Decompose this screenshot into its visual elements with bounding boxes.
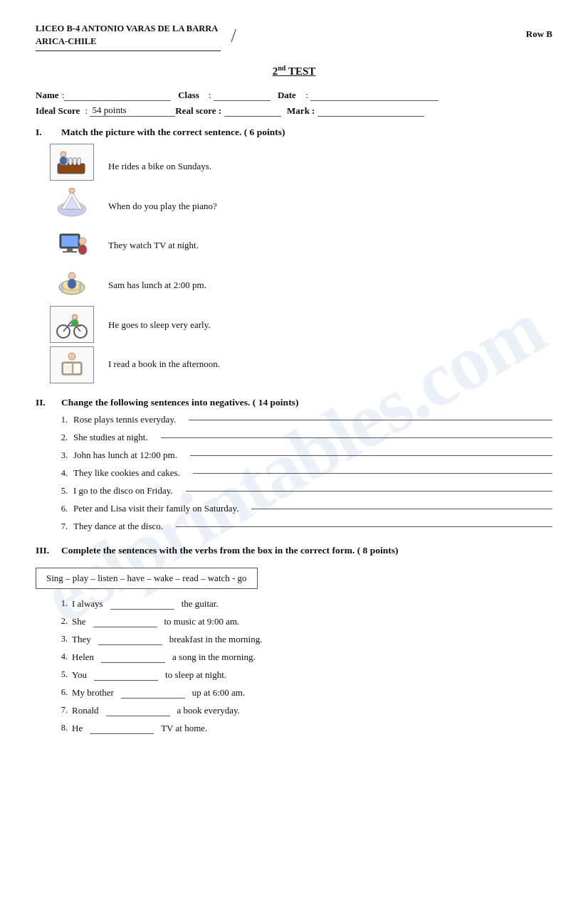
fill-item-5: 5. You to sleep at night. [53, 669, 552, 681]
sentence-4: Sam has lunch at 2:00 pm. [108, 275, 220, 296]
fill-after-6: up at 6:00 am. [192, 687, 245, 699]
real-score-field[interactable] [224, 105, 281, 117]
section1-roman: I. [36, 127, 56, 138]
logo-slash: / [231, 21, 236, 49]
name-field[interactable] [64, 89, 171, 101]
header: LICEO B-4 ANTONIO VARAS DE LA BARRA ARIC… [36, 21, 552, 51]
section2-label: Change the following sentences into nega… [61, 397, 298, 408]
neg-sentence-6: Peter and Lisa visit their family on Sat… [73, 503, 238, 514]
sentence-1: He rides a bike on Sundays. [108, 156, 220, 177]
sentences-column: He rides a bike on Sundays. When do you … [108, 144, 220, 384]
neg-answer-5[interactable] [186, 491, 552, 492]
form-row-1: Name : Class : Date : [36, 89, 552, 101]
neg-item-7: 7. They dance at the disco. [53, 521, 552, 532]
neg-answer-6[interactable] [251, 509, 552, 509]
real-label: Real score : [175, 105, 221, 117]
mark-field[interactable] [317, 105, 424, 117]
pic-icon-6 [55, 351, 89, 379]
pic-box-5 [50, 306, 94, 343]
svg-point-16 [79, 238, 86, 245]
pic-box-1 [50, 144, 94, 181]
section2-roman: II. [36, 397, 56, 408]
fill-before-2: She [72, 616, 86, 627]
section1-title: I. Match the picture with the correct se… [36, 127, 552, 138]
neg-answer-1[interactable] [189, 420, 552, 420]
svg-point-11 [69, 188, 75, 193]
pic-icon-3 [54, 228, 90, 258]
fill-item-8: 8. He TV at home. [53, 722, 552, 734]
neg-sentence-3: John has lunch at 12:00 pm. [73, 450, 177, 461]
svg-point-22 [68, 272, 75, 280]
neg-answer-7[interactable] [176, 526, 552, 527]
svg-rect-13 [61, 235, 78, 247]
neg-num-3: 3. [53, 450, 68, 461]
neg-num-2: 2. [53, 432, 68, 443]
fill-after-8: TV at home. [161, 723, 207, 734]
fill-num-4: 4. [53, 652, 68, 662]
neg-num-7: 7. [53, 521, 68, 532]
fill-item-4: 4. Helen a song in the morning. [53, 651, 552, 663]
fill-num-6: 6. [53, 687, 68, 698]
fill-blank-2[interactable] [93, 615, 157, 627]
neg-num-4: 4. [53, 468, 68, 479]
fill-after-4: a song in the morning. [172, 652, 256, 663]
svg-rect-34 [73, 363, 80, 373]
date-field[interactable] [310, 89, 439, 101]
neg-item-6: 6. Peter and Lisa visit their family on … [53, 503, 552, 514]
neg-sentence-4: They like cookies and cakes. [73, 467, 180, 479]
neg-answer-2[interactable] [161, 437, 552, 438]
fill-num-3: 3. [53, 634, 68, 644]
sentence-6: I read a book in the afternoon. [108, 354, 220, 375]
verb-box: Sing – play – listen – have – wake – rea… [36, 568, 258, 589]
svg-point-23 [68, 279, 76, 289]
fill-blank-6[interactable] [121, 686, 185, 699]
fill-blank-3[interactable] [98, 633, 162, 645]
fill-list: 1. I always the guitar. 2. She to music … [53, 598, 552, 734]
fill-blank-4[interactable] [101, 651, 165, 663]
section3-title: III. Complete the sentences with the ver… [36, 545, 552, 556]
school-info: LICEO B-4 ANTONIO VARAS DE LA BARRA ARIC… [36, 21, 236, 51]
class-sep: : [206, 90, 214, 101]
pic-box-6 [50, 346, 94, 383]
svg-rect-20 [61, 283, 63, 293]
neg-num-1: 1. [53, 415, 68, 425]
fill-blank-8[interactable] [90, 722, 154, 734]
neg-answer-3[interactable] [190, 455, 552, 456]
fill-before-1: I always [72, 598, 103, 610]
svg-point-17 [78, 245, 87, 255]
svg-rect-3 [69, 158, 72, 165]
sentence-3: They watch TV at night. [108, 235, 220, 256]
date-sep: : [303, 90, 310, 101]
pic-box-2 [50, 184, 94, 221]
section3-label: Complete the sentences with the verbs fr… [61, 545, 398, 556]
fill-num-7: 7. [53, 705, 68, 716]
mark-label: Mark : [287, 105, 315, 117]
class-label: Class [178, 90, 199, 101]
neg-sentence-1: Rose plays tennis everyday. [73, 414, 176, 425]
fill-blank-7[interactable] [106, 704, 170, 716]
class-field[interactable] [214, 89, 271, 101]
name-label: Name [36, 90, 59, 101]
neg-item-3: 3. John has lunch at 12:00 pm. [53, 450, 552, 461]
fill-num-8: 8. [53, 723, 68, 733]
fill-num-1: 1. [53, 598, 68, 609]
pic-icon-1 [55, 148, 89, 176]
fill-num-5: 5. [53, 669, 68, 680]
neg-sentence-5: I go to the disco on Friday. [73, 485, 173, 496]
fill-blank-1[interactable] [110, 598, 174, 610]
school-line1: LICEO B-4 ANTONIO VARAS DE LA BARRA [36, 23, 218, 36]
neg-item-1: 1. Rose plays tennis everyday. [53, 414, 552, 425]
school-line2: ARICA-CHILE [36, 36, 218, 48]
ideal-label: Ideal Score [36, 105, 80, 117]
fill-blank-5[interactable] [94, 669, 158, 681]
fill-item-3: 3. They breakfast in the morning. [53, 633, 552, 645]
neg-answer-4[interactable] [193, 473, 552, 474]
svg-rect-5 [78, 158, 80, 165]
fill-after-7: a book everyday. [177, 705, 240, 716]
fill-after-1: the guitar. [182, 598, 219, 610]
date-label: Date [278, 90, 296, 101]
neg-num-6: 6. [53, 504, 68, 514]
match-container: He rides a bike on Sundays. When do you … [50, 144, 552, 384]
fill-after-2: to music at 9:00 am. [164, 616, 240, 627]
fill-before-7: Ronald [72, 705, 99, 716]
